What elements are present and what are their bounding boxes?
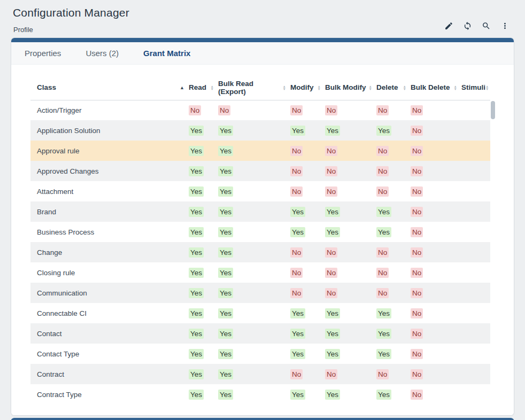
- yes-badge: Yes: [218, 390, 233, 400]
- grant-cell: Yes: [189, 384, 218, 405]
- yes-badge: Yes: [189, 308, 204, 318]
- table-row-closing-rule[interactable]: Closing ruleYesYesNoNoNoNo: [30, 262, 490, 283]
- grant-cell: No: [411, 344, 461, 364]
- column-header-bulk-delete[interactable]: Bulk Delete▲▼: [411, 75, 461, 100]
- grant-table-head: Class▲Read▲▼Bulk Read (Export)▲▼Modify▲▼…: [30, 75, 490, 100]
- no-badge: No: [325, 369, 337, 379]
- table-row-contact-type[interactable]: Contact TypeYesYesYesYesYesNo: [30, 344, 490, 364]
- grant-cell: Yes: [290, 303, 325, 323]
- yes-badge: Yes: [376, 227, 391, 237]
- grant-cell: Yes: [376, 201, 411, 222]
- search-button[interactable]: [481, 21, 491, 32]
- stimuli-cell: [461, 161, 490, 181]
- yes-badge: Yes: [218, 146, 233, 156]
- grant-cell: Yes: [376, 120, 411, 141]
- table-row-contract-type[interactable]: Contract TypeYesYesYesYesYesNo: [30, 384, 490, 405]
- grant-cell: No: [290, 283, 325, 303]
- table-row-contract[interactable]: ContractYesYesNoNoNoNo: [30, 364, 490, 384]
- no-badge: No: [411, 166, 423, 176]
- column-header-modify[interactable]: Modify▲▼: [290, 75, 325, 100]
- edit-icon: [444, 21, 453, 32]
- column-header-stimuli[interactable]: Stimuli▲▼: [461, 75, 490, 100]
- grant-cell: No: [411, 283, 461, 303]
- table-row-communication[interactable]: CommunicationYesYesNoNoNoNo: [30, 283, 490, 303]
- yes-badge: Yes: [189, 369, 204, 379]
- no-badge: No: [325, 146, 337, 156]
- no-badge: No: [411, 186, 423, 197]
- column-label: Read: [189, 83, 206, 91]
- grant-cell: Yes: [218, 120, 290, 141]
- no-badge: No: [325, 288, 337, 298]
- table-row-action-trigger[interactable]: Action/TriggerNoNoNoNoNoNo: [30, 100, 490, 120]
- yes-badge: Yes: [290, 349, 305, 359]
- no-badge: No: [376, 369, 389, 379]
- grant-cell: Yes: [218, 303, 290, 323]
- edit-button[interactable]: [443, 21, 454, 32]
- table-row-business-process[interactable]: Business ProcessYesYesYesYesYesNo: [30, 222, 490, 242]
- grant-cell: No: [411, 323, 461, 344]
- grant-cell: No: [411, 242, 461, 262]
- grant-cell: No: [325, 141, 376, 161]
- stimuli-cell: [461, 262, 490, 283]
- yes-badge: Yes: [218, 288, 233, 298]
- yes-badge: Yes: [189, 390, 204, 400]
- stimuli-cell: [461, 222, 490, 242]
- table-row-approval-rule[interactable]: Approval ruleYesYesNoNoNoNo: [30, 141, 490, 161]
- column-label: Bulk Read (Export): [218, 80, 283, 96]
- grant-cell: No: [325, 283, 376, 303]
- page-title: Configuration Manager: [13, 6, 129, 19]
- table-row-application-solution[interactable]: Application SolutionYesYesYesYesYesNo: [30, 120, 490, 141]
- tab-grant-matrix[interactable]: Grant Matrix: [131, 42, 203, 64]
- grant-cell: Yes: [376, 323, 411, 344]
- table-row-connectable-ci[interactable]: Connectable CIYesYesYesYesYesNo: [30, 303, 490, 323]
- table-row-change[interactable]: ChangeYesYesNoNoNoNo: [30, 242, 490, 262]
- no-badge: No: [290, 105, 303, 115]
- grant-cell: Yes: [189, 344, 218, 364]
- grant-cell: Yes: [325, 323, 376, 344]
- column-header-delete[interactable]: Delete▲▼: [376, 75, 411, 100]
- no-badge: No: [376, 146, 389, 156]
- grant-cell: No: [376, 181, 411, 201]
- yes-badge: Yes: [189, 146, 204, 156]
- no-badge: No: [376, 268, 389, 278]
- more-options-button[interactable]: [499, 21, 510, 32]
- column-header-read[interactable]: Read▲▼: [189, 75, 218, 100]
- grant-cell: Yes: [376, 384, 411, 405]
- column-header-class[interactable]: Class▲: [30, 75, 189, 100]
- tab-users-2[interactable]: Users (2): [73, 42, 131, 64]
- tab-properties[interactable]: Properties: [12, 42, 73, 64]
- class-name-cell: Connectable CI: [30, 303, 189, 323]
- no-badge: No: [411, 105, 423, 115]
- vertical-scrollbar-thumb[interactable]: [491, 101, 495, 119]
- grant-cell: Yes: [290, 222, 325, 242]
- no-badge: No: [290, 268, 303, 278]
- table-row-approved-changes[interactable]: Approved ChangesYesYesNoNoNoNo: [30, 161, 490, 181]
- column-header-bulk-read-export[interactable]: Bulk Read (Export)▲▼: [218, 75, 290, 100]
- grant-cell: Yes: [290, 323, 325, 344]
- table-row-attachment[interactable]: AttachmentYesYesNoNoNoNo: [30, 181, 490, 201]
- no-badge: No: [290, 288, 303, 298]
- grant-cell: No: [218, 100, 290, 120]
- grant-cell: Yes: [218, 222, 290, 242]
- profile-card: PropertiesUsers (2)Grant Matrix Class▲Re…: [11, 37, 514, 416]
- stimuli-cell: [461, 323, 490, 344]
- stimuli-cell: [461, 303, 490, 323]
- grant-table-header-row: Class▲Read▲▼Bulk Read (Export)▲▼Modify▲▼…: [30, 75, 490, 100]
- yes-badge: Yes: [325, 126, 340, 136]
- yes-badge: Yes: [189, 247, 204, 258]
- yes-badge: Yes: [189, 349, 204, 359]
- yes-badge: Yes: [290, 126, 305, 136]
- stimuli-cell: [461, 364, 490, 384]
- class-name-cell: Business Process: [30, 222, 189, 242]
- table-row-brand[interactable]: BrandYesYesYesYesYesNo: [30, 201, 490, 222]
- no-badge: No: [290, 186, 303, 197]
- yes-badge: Yes: [290, 227, 305, 237]
- next-section-accent-bar: [11, 418, 514, 420]
- no-badge: No: [376, 186, 389, 197]
- column-header-bulk-modify[interactable]: Bulk Modify▲▼: [325, 75, 376, 100]
- stimuli-cell: [461, 120, 490, 141]
- refresh-button[interactable]: [462, 21, 473, 32]
- table-row-contact[interactable]: ContactYesYesYesYesYesNo: [30, 323, 490, 344]
- yes-badge: Yes: [189, 166, 204, 176]
- grant-cell: Yes: [218, 283, 290, 303]
